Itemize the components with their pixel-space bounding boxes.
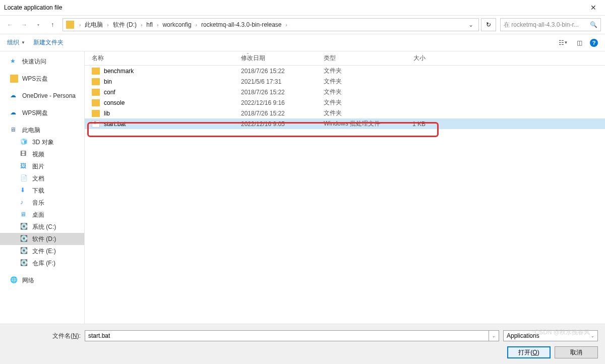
- file-date: 2018/7/26 15:22: [241, 68, 324, 75]
- col-type[interactable]: 类型: [324, 54, 392, 63]
- file-name: benchmark: [104, 68, 241, 75]
- file-date: 2018/7/26 15:22: [241, 89, 324, 96]
- drive-icon: 💽: [20, 235, 28, 243]
- sidebar-item-thispc[interactable]: 🖥此电脑: [0, 124, 84, 136]
- back-button[interactable]: ←: [4, 19, 16, 31]
- chevron-right-icon[interactable]: ›: [154, 22, 161, 28]
- chevron-right-icon[interactable]: ›: [138, 22, 145, 28]
- file-type: 文件夹: [324, 67, 392, 75]
- open-button[interactable]: 打开(O): [507, 346, 551, 358]
- file-type: 文件夹: [324, 77, 392, 86]
- button-row: 打开(O) 取消: [7, 346, 598, 358]
- file-type: 文件夹: [324, 109, 392, 117]
- breadcrumb-dropdown[interactable]: ⌄: [465, 21, 476, 28]
- breadcrumb-seg[interactable]: rocketmq-all-4.3.0-bin-release: [200, 20, 282, 29]
- file-name: console: [104, 99, 241, 106]
- video-icon: 🎞: [20, 150, 28, 158]
- sidebar-item-pictures[interactable]: 🖼图片: [0, 160, 84, 172]
- titlebar: Locate application file ✕: [0, 0, 605, 15]
- close-icon[interactable]: ✕: [586, 4, 601, 12]
- view-options-icon[interactable]: ☷ ▼: [558, 37, 569, 48]
- toolbar-right: ☷ ▼ ◫ ?: [558, 37, 598, 48]
- cloud-icon: ☁: [10, 109, 18, 117]
- table-row[interactable]: start.bat2022/12/16 9:05Windows 批处理文件1 K…: [85, 118, 605, 129]
- table-row[interactable]: bin2021/5/6 17:31文件夹: [85, 76, 605, 87]
- sidebar-item-drivef[interactable]: 💽仓库 (F:): [0, 257, 84, 269]
- image-icon: 🖼: [20, 162, 28, 170]
- breadcrumb[interactable]: › 此电脑 › 软件 (D:) › hfl › workconfig › roc…: [63, 18, 479, 31]
- breadcrumb-seg[interactable]: 软件 (D:): [112, 20, 138, 30]
- sidebar-item-downloads[interactable]: ⬇下载: [0, 185, 84, 197]
- sidebar-item-drived[interactable]: 💽软件 (D:): [0, 233, 84, 245]
- bottom-bar: 文件名(N): ⌄ Applications ⌄ 打开(O) 取消: [0, 324, 605, 364]
- chevron-down-icon: ▼: [21, 40, 25, 45]
- sidebar-item-quick[interactable]: ★快速访问: [0, 55, 84, 68]
- file-name: lib: [104, 110, 241, 117]
- file-name: start.bat: [104, 120, 241, 128]
- cloud-icon: ☁: [10, 92, 18, 100]
- nav-bar: ← → ▾ ↑ › 此电脑 › 软件 (D:) › hfl › workconf…: [0, 15, 605, 34]
- breadcrumb-seg[interactable]: workconfig: [161, 20, 192, 29]
- breadcrumb-seg[interactable]: hfl: [145, 20, 154, 29]
- sidebar-item-video[interactable]: 🎞视频: [0, 148, 84, 160]
- refresh-button[interactable]: ↻: [481, 18, 496, 31]
- star-icon: ★: [10, 57, 18, 66]
- folder-icon: [10, 75, 18, 83]
- watermark: CSDN @秋水挽春风: [534, 328, 590, 337]
- filename-dropdown[interactable]: ⌄: [489, 330, 499, 341]
- window-title: Locate application file: [4, 4, 62, 11]
- table-row[interactable]: conf2018/7/26 15:22文件夹: [85, 87, 605, 97]
- preview-pane-icon[interactable]: ◫: [574, 37, 585, 48]
- filename-label: 文件名(N):: [52, 332, 81, 340]
- help-icon[interactable]: ?: [590, 39, 598, 47]
- sidebar-item-wpsnet[interactable]: ☁WPS网盘: [0, 107, 84, 119]
- download-icon: ⬇: [20, 187, 28, 195]
- sidebar-item-drivee[interactable]: 💽文件 (E:): [0, 245, 84, 257]
- sidebar-item-network[interactable]: 🌐网络: [0, 274, 84, 286]
- new-folder-button[interactable]: 新建文件夹: [33, 38, 64, 47]
- cancel-button[interactable]: 取消: [555, 346, 598, 358]
- toolbar: 组织▼ 新建文件夹 ☷ ▼ ◫ ?: [0, 34, 605, 51]
- chevron-right-icon[interactable]: ›: [76, 22, 84, 28]
- search-placeholder: 在 rocketmq-all-4.3.0-bin-r...: [504, 21, 579, 29]
- drive-icon: 💽: [20, 259, 28, 267]
- search-input[interactable]: 在 rocketmq-all-4.3.0-bin-r... 🔍: [500, 18, 601, 31]
- sidebar-item-onedrive[interactable]: ☁OneDrive - Persona: [0, 90, 84, 102]
- sidebar-item-wpscloud[interactable]: WPS云盘: [0, 73, 84, 85]
- file-size: 1 KB: [392, 120, 433, 128]
- organize-menu[interactable]: 组织▼: [7, 38, 25, 47]
- folder-icon: [66, 21, 74, 29]
- file-date: 2018/7/26 15:22: [241, 110, 324, 117]
- table-row[interactable]: lib2018/7/26 15:22文件夹: [85, 108, 605, 118]
- sidebar-item-3d[interactable]: 🧊3D 对象: [0, 136, 84, 148]
- recent-button[interactable]: ▾: [32, 19, 44, 31]
- chevron-right-icon[interactable]: ›: [104, 22, 111, 28]
- table-row[interactable]: benchmark2018/7/26 15:22文件夹: [85, 66, 605, 76]
- sidebar-item-drivec[interactable]: 💽系统 (C:): [0, 221, 84, 233]
- col-size[interactable]: 大小: [392, 54, 433, 63]
- folder-icon: [92, 99, 100, 106]
- chevron-right-icon[interactable]: ›: [283, 22, 290, 28]
- file-list: ⌃ 名称 修改日期 类型 大小 benchmark2018/7/26 15:22…: [85, 51, 605, 324]
- breadcrumb-seg[interactable]: 此电脑: [84, 20, 104, 30]
- col-date[interactable]: 修改日期: [241, 54, 324, 63]
- desktop-icon: 🖥: [20, 211, 28, 219]
- drive-icon: 💽: [20, 223, 28, 231]
- folder-icon: [92, 110, 100, 117]
- cube-icon: 🧊: [20, 138, 28, 146]
- computer-icon: 🖥: [10, 126, 18, 134]
- filename-input[interactable]: [85, 330, 489, 341]
- forward-button[interactable]: →: [18, 19, 30, 31]
- sidebar-item-desktop[interactable]: 🖥桌面: [0, 209, 84, 221]
- chevron-right-icon[interactable]: ›: [193, 22, 200, 28]
- sidebar-item-music[interactable]: ♪音乐: [0, 197, 84, 209]
- up-button[interactable]: ↑: [46, 19, 58, 31]
- folder-icon: [92, 89, 100, 96]
- col-name[interactable]: 名称: [92, 54, 241, 63]
- sidebar-item-docs[interactable]: 📄文档: [0, 172, 84, 185]
- folder-icon: [92, 78, 100, 85]
- file-rows: benchmark2018/7/26 15:22文件夹bin2021/5/6 1…: [85, 66, 605, 129]
- network-icon: 🌐: [10, 276, 18, 284]
- table-row[interactable]: console2022/12/16 9:16文件夹: [85, 97, 605, 108]
- sidebar: ★快速访问 WPS云盘 ☁OneDrive - Persona ☁WPS网盘 🖥…: [0, 51, 85, 324]
